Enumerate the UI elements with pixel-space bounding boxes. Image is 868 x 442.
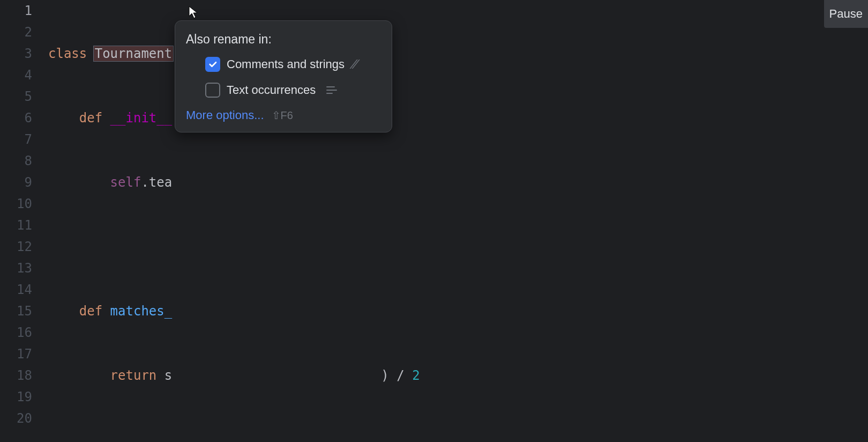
rename-input[interactable]: Tournament bbox=[93, 46, 174, 62]
line-number: 3 bbox=[0, 43, 32, 64]
popup-title: Also rename in: bbox=[186, 31, 381, 48]
keyword-class: class bbox=[48, 46, 87, 61]
number: 2 bbox=[412, 368, 420, 383]
code-editor[interactable]: 1 2 3 4 5 6 7 8 9 10 11 12 13 14 15 16 1… bbox=[0, 0, 868, 442]
line-number-gutter: 1 2 3 4 5 6 7 8 9 10 11 12 13 14 15 16 1… bbox=[0, 0, 47, 442]
rename-options-popup[interactable]: Also rename in: Comments and strings ⁄⁄ … bbox=[175, 20, 392, 132]
checkbox-comments[interactable] bbox=[205, 57, 220, 72]
dot: . bbox=[141, 175, 148, 190]
line-number: 17 bbox=[0, 343, 32, 365]
line-number: 11 bbox=[0, 215, 32, 236]
code-line[interactable]: def matches_ bbox=[47, 300, 868, 322]
line-number: 5 bbox=[0, 86, 32, 107]
code-line[interactable] bbox=[47, 236, 868, 257]
keyword-def: def bbox=[79, 304, 102, 319]
line-number: 2 bbox=[0, 21, 32, 43]
code-line[interactable]: class Tournament⁄⁄ : bbox=[47, 43, 868, 64]
method-name: matches_ bbox=[110, 304, 173, 319]
line-number: 9 bbox=[0, 172, 32, 193]
line-number: 15 bbox=[0, 300, 32, 322]
line-number: 20 bbox=[0, 408, 32, 429]
line-number: 18 bbox=[0, 365, 32, 386]
comments-icon: ⁄⁄ bbox=[353, 55, 357, 73]
keyword-def: def bbox=[79, 110, 102, 126]
line-number: 13 bbox=[0, 257, 32, 279]
keyword-return: return bbox=[110, 368, 157, 383]
option-label: Comments and strings bbox=[227, 56, 345, 73]
shortcut-label: ⇧F6 bbox=[272, 108, 293, 123]
code-content[interactable]: class Tournament⁄⁄ : def __init__ self.t… bbox=[47, 0, 868, 442]
more-options-link[interactable]: More options... bbox=[186, 107, 264, 124]
method-init: __init__ bbox=[110, 110, 173, 126]
line-number: 14 bbox=[0, 279, 32, 300]
option-comments-and-strings[interactable]: Comments and strings ⁄⁄ bbox=[186, 55, 381, 73]
line-number: 1 bbox=[0, 0, 32, 21]
code-line[interactable]: def __init__ bbox=[47, 107, 868, 129]
line-number: 19 bbox=[0, 386, 32, 408]
code-line[interactable] bbox=[47, 429, 868, 442]
option-label: Text occurrences bbox=[227, 82, 316, 99]
punct: ) / bbox=[381, 368, 412, 383]
text-occurrences-icon bbox=[326, 86, 337, 94]
code-line[interactable]: self.tea bbox=[47, 172, 868, 193]
field: tea bbox=[149, 175, 172, 190]
self-ref: self bbox=[110, 175, 141, 190]
code-text: s bbox=[164, 368, 172, 383]
line-number: 4 bbox=[0, 64, 32, 86]
line-number: 12 bbox=[0, 236, 32, 257]
option-text-occurrences[interactable]: Text occurrences bbox=[186, 82, 381, 99]
code-line[interactable]: return self.teams * (self.teams - 1) / 2 bbox=[47, 365, 868, 386]
line-number: 10 bbox=[0, 193, 32, 215]
more-options-row: More options... ⇧F6 bbox=[186, 107, 381, 124]
pause-button[interactable]: Pause bbox=[824, 0, 868, 28]
checkmark-icon bbox=[208, 60, 218, 69]
line-number: 8 bbox=[0, 150, 32, 172]
line-number: 7 bbox=[0, 129, 32, 150]
line-number: 16 bbox=[0, 322, 32, 343]
line-number: 6 bbox=[0, 107, 32, 129]
checkbox-text-occurrences[interactable] bbox=[205, 83, 220, 98]
